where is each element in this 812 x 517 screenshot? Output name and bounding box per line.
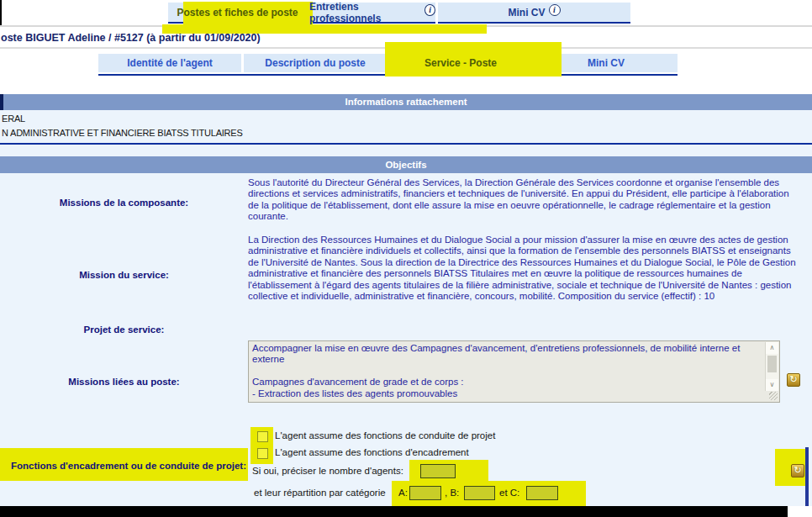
label-fonctions-encadrement: Fonctions d'encadrement ou de conduite d…: [0, 461, 246, 471]
encadrement-checkbox[interactable]: [257, 448, 268, 459]
tab-identite-agent[interactable]: Identité de l'agent: [98, 54, 241, 72]
missions-composante-text: Sous l'autorité du Directeur Général des…: [248, 177, 799, 223]
divider: [0, 47, 812, 49]
cat-c-input[interactable]: [526, 486, 558, 500]
tab-label: Mini CV: [509, 7, 546, 18]
cat-a-input[interactable]: [409, 486, 441, 500]
resize-grip[interactable]: [769, 392, 778, 400]
divider-navy: [0, 143, 812, 145]
rattachement-line-1: ERAL: [2, 113, 25, 124]
left-edge-sliver: [0, 0, 2, 26]
info-icon[interactable]: i: [424, 4, 435, 16]
section-header-informations-rattachement: Informations rattachement: [0, 94, 812, 110]
conduite-projet-checkbox[interactable]: [257, 431, 268, 442]
cat-a-label: A:: [398, 488, 408, 498]
tab-entretiens-professionnels[interactable]: Entretiens professionnels i: [309, 3, 435, 24]
scrollbar[interactable]: ∧ ∨: [765, 342, 778, 391]
refresh-icon[interactable]: ↻: [787, 373, 800, 387]
tab-mini-cv-top[interactable]: Mini CV i: [438, 3, 630, 24]
rattachement-line-2: N ADMINISTRATIVE ET FINANCIERE BIATSS TI…: [2, 128, 243, 138]
label-mission-service: Mission du service:: [0, 270, 248, 280]
label-missions-composante: Missions de la composante:: [0, 198, 248, 208]
tab-mini-cv-inner[interactable]: Mini CV: [535, 54, 678, 72]
mission-service-text: La Direction des Ressources Humaines et …: [248, 235, 799, 302]
right-edge-strip: [805, 447, 809, 506]
tab-label: Identité de l'agent: [127, 57, 213, 69]
tab-label: Mini CV: [588, 57, 625, 69]
page: Postes et fiches de poste Entretiens pro…: [0, 0, 812, 517]
bottom-black-bar: [0, 506, 788, 517]
page-title: oste BIGUET Adeline / #5127 (à partir du…: [1, 32, 261, 44]
header-left-notch: [0, 94, 3, 110]
scroll-down-icon[interactable]: ∨: [766, 379, 778, 391]
divider: [0, 25, 812, 27]
scrollbar-thumb[interactable]: [767, 356, 777, 372]
tab-postes-et-fiches[interactable]: Postes et fiches de poste: [168, 3, 307, 24]
info-icon[interactable]: i: [549, 4, 561, 16]
cat-b-label: , B:: [445, 488, 459, 498]
cat-c-label: et C:: [499, 488, 519, 498]
cat-b-input[interactable]: [464, 486, 495, 500]
tab-label: Postes et fiches de poste: [177, 7, 298, 18]
label-projet-service: Projet de service:: [0, 324, 248, 335]
si-oui-label: Si oui, préciser le nombre d'agents:: [252, 466, 403, 476]
conduite-projet-label: L'agent assume des fonctions de conduite…: [275, 430, 495, 441]
nb-agents-input[interactable]: [420, 464, 456, 478]
inner-tab-bar: Identité de l'agent Description du poste…: [98, 54, 678, 76]
missions-liees-text: Accompagner la mise en œuvre des Campagn…: [252, 343, 762, 399]
section-header-objectifs: Objectifs: [0, 156, 812, 173]
missions-liees-textarea[interactable]: Accompagner la mise en œuvre des Campagn…: [248, 340, 780, 403]
repartition-label: et leur répartition par catégorie: [254, 488, 386, 498]
tab-label: Service - Poste: [424, 57, 497, 69]
scroll-up-icon[interactable]: ∧: [766, 342, 778, 354]
label-missions-liees: Missions liées au poste:: [0, 377, 248, 387]
tab-service-poste[interactable]: Service - Poste: [389, 54, 532, 72]
refresh-icon[interactable]: ↻: [791, 464, 804, 477]
tab-description-poste[interactable]: Description du poste: [244, 54, 387, 72]
tab-label: Description du poste: [265, 57, 365, 69]
tab-label: Entretiens professionnels: [309, 1, 421, 24]
encadrement-checkbox-label: L'agent assume des fonctions d'encadreme…: [275, 447, 469, 457]
